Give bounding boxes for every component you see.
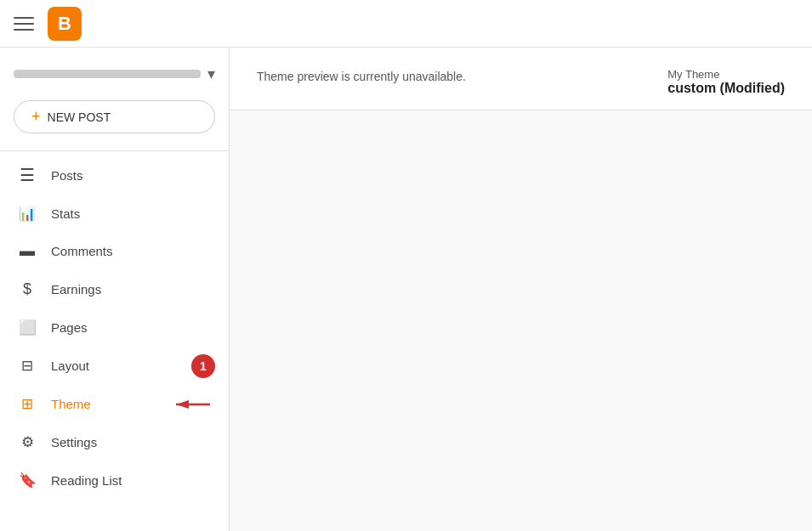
sidebar-item-label: Settings bbox=[51, 435, 212, 449]
sidebar-item-comments[interactable]: ▬ Comments bbox=[0, 232, 229, 270]
posts-icon: ☰ bbox=[17, 165, 37, 185]
top-bar: B bbox=[0, 0, 812, 48]
sidebar-item-label: Posts bbox=[51, 168, 212, 183]
sidebar-divider-top bbox=[0, 150, 229, 151]
sidebar-item-label: Earnings bbox=[51, 282, 212, 297]
sidebar-item-reading-list[interactable]: 🔖 Reading List bbox=[0, 461, 229, 500]
sidebar-item-posts[interactable]: ☰ Posts bbox=[0, 155, 229, 195]
sidebar-item-label: Stats bbox=[51, 206, 212, 221]
settings-icon: ⚙ bbox=[17, 433, 37, 451]
blog-selector[interactable]: ▾ bbox=[0, 58, 229, 90]
sidebar-item-theme[interactable]: ⊞ Theme bbox=[0, 385, 229, 423]
earnings-icon: $ bbox=[17, 280, 37, 298]
reading-list-icon: 🔖 bbox=[17, 472, 37, 489]
theme-icon: ⊞ bbox=[17, 395, 37, 413]
sidebar-item-stats[interactable]: 📊 Stats bbox=[0, 195, 229, 232]
my-theme-name: custom (Modified) bbox=[667, 81, 785, 96]
theme-header: Theme preview is currently unavailable. … bbox=[230, 48, 812, 110]
sidebar-item-layout[interactable]: ⊟ Layout 1 bbox=[0, 347, 229, 385]
sidebar-item-label: Layout bbox=[51, 359, 212, 373]
sidebar-item-earnings[interactable]: $ Earnings bbox=[0, 270, 229, 308]
blog-selector-bar bbox=[14, 70, 201, 78]
main-layout: ▾ + NEW POST ☰ Posts 📊 Stats ▬ Comments … bbox=[0, 48, 812, 531]
blogger-logo: B bbox=[48, 7, 82, 41]
new-post-button[interactable]: + NEW POST bbox=[14, 100, 215, 133]
sidebar-item-settings[interactable]: ⚙ Settings bbox=[0, 423, 229, 461]
theme-arrow-indicator bbox=[169, 396, 212, 413]
comments-icon: ▬ bbox=[17, 242, 37, 260]
plus-icon: + bbox=[31, 108, 41, 126]
sidebar-item-label: Comments bbox=[51, 244, 212, 258]
chevron-down-icon: ▾ bbox=[207, 65, 215, 83]
layout-icon: ⊟ bbox=[17, 357, 37, 375]
stats-icon: 📊 bbox=[17, 206, 37, 222]
theme-preview-text: Theme preview is currently unavailable. bbox=[257, 68, 466, 86]
new-post-label: NEW POST bbox=[48, 110, 111, 124]
sidebar-item-label: Pages bbox=[51, 320, 212, 335]
my-theme-section: My Theme custom (Modified) bbox=[667, 68, 785, 96]
sidebar-item-label: Reading List bbox=[51, 473, 212, 488]
my-theme-label: My Theme bbox=[667, 68, 785, 81]
sidebar-item-pages[interactable]: ⬜ Pages bbox=[0, 308, 229, 347]
content-area: Theme preview is currently unavailable. … bbox=[230, 48, 812, 531]
pages-icon: ⬜ bbox=[17, 319, 37, 336]
hamburger-menu[interactable] bbox=[14, 14, 34, 34]
sidebar-item-label: Theme bbox=[51, 397, 149, 411]
step1-badge: 1 bbox=[191, 354, 215, 378]
sidebar: ▾ + NEW POST ☰ Posts 📊 Stats ▬ Comments … bbox=[0, 48, 230, 531]
